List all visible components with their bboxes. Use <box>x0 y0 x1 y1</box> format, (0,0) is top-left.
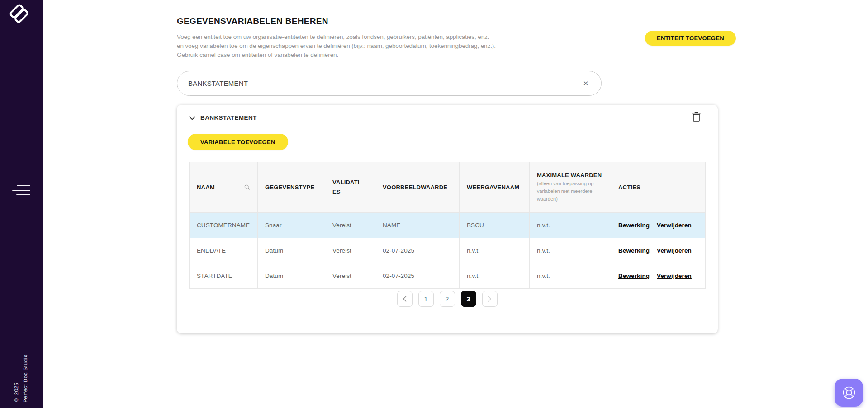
entity-name: BANKSTATEMENT <box>200 114 257 121</box>
variables-table: NAAM GEGEVENSTYPE VALIDATIES VOORBEELDWA… <box>189 162 705 289</box>
cell-validaties: Vereist <box>325 238 375 263</box>
cell-maximale-waarden: n.v.t. <box>530 213 611 238</box>
cell-validaties: Vereist <box>325 213 375 238</box>
table-row-startdate: STARTDATE Datum Vereist 02-07-2025 n.v.t… <box>190 263 706 289</box>
table-header-row: NAAM GEGEVENSTYPE VALIDATIES VOORBEELDWA… <box>190 162 706 213</box>
cell-maximale-waarden: n.v.t. <box>530 238 611 263</box>
clear-search-icon[interactable]: ✕ <box>577 75 595 93</box>
menu-toggle-icon[interactable] <box>10 185 30 196</box>
add-variable-button[interactable]: VARIABELE TOEVOEGEN <box>188 134 288 150</box>
delete-link[interactable]: Verwijderen <box>657 247 692 254</box>
entity-search-input[interactable] <box>177 80 577 87</box>
cell-weergavenaam: n.v.t. <box>460 238 530 263</box>
entity-card: BANKSTATEMENT VARIABELE TOEVOEGEN <box>177 105 718 333</box>
app-logo-icon[interactable] <box>8 3 30 24</box>
col-header-maximale-waarden: MAXIMALE WAARDEN (alleen van toepassing … <box>530 162 611 213</box>
edit-link[interactable]: Bewerking <box>618 222 650 229</box>
cell-voorbeeldwaarde: NAME <box>375 213 460 238</box>
cell-voorbeeldwaarde: 02-07-2025 <box>375 263 460 289</box>
page-button-1[interactable]: 1 <box>418 291 434 307</box>
next-page-button[interactable] <box>482 291 498 307</box>
cell-validaties: Vereist <box>325 263 375 289</box>
delete-link[interactable]: Verwijderen <box>657 272 692 279</box>
delete-link[interactable]: Verwijderen <box>657 222 692 229</box>
cell-naam: ENDDATE <box>190 238 258 263</box>
chevron-down-icon[interactable] <box>188 113 197 122</box>
cell-naam: STARTDATE <box>190 263 258 289</box>
page-description: Voeg een entiteit toe om uw organisatie-… <box>177 33 496 60</box>
cell-weergavenaam: BSCU <box>460 213 530 238</box>
life-buoy-icon <box>841 385 857 401</box>
cell-acties: Bewerking Verwijderen <box>611 238 706 263</box>
sidebar-copyright: © 2025 Perfect Doc Studio <box>12 354 30 403</box>
col-header-weergavenaam: WEERGAVENAAM <box>460 162 530 213</box>
help-chat-button[interactable] <box>835 379 863 407</box>
col-header-naam-label: NAAM <box>197 184 215 191</box>
cell-gegevenstype: Datum <box>258 238 325 263</box>
pagination: 1 2 3 <box>189 291 705 307</box>
sidebar: © 2025 Perfect Doc Studio <box>0 0 43 408</box>
cell-voorbeeldwaarde: 02-07-2025 <box>375 238 460 263</box>
app-screen: © 2025 Perfect Doc Studio GEGEVENSVARIAB… <box>0 0 868 408</box>
col-header-voorbeeldwaarde: VOORBEELDWAARDE <box>375 162 460 213</box>
add-entity-button[interactable]: ENTITEIT TOEVOEGEN <box>645 31 736 46</box>
table-row-enddate: ENDDATE Datum Vereist 02-07-2025 n.v.t. … <box>190 238 706 263</box>
entity-search: ✕ <box>177 71 602 96</box>
column-search-icon[interactable] <box>244 184 250 190</box>
prev-page-button[interactable] <box>397 291 413 307</box>
cell-naam: CUSTOMERNAME <box>190 213 258 238</box>
cell-weergavenaam: n.v.t. <box>460 263 530 289</box>
col-header-maximale-note: (alleen van toepassing op variabelen met… <box>537 180 603 203</box>
cell-acties: Bewerking Verwijderen <box>611 213 706 238</box>
col-header-gegevenstype: GEGEVENSTYPE <box>258 162 325 213</box>
cell-gegevenstype: Datum <box>258 263 325 289</box>
col-header-validaties: VALIDATIES <box>325 162 375 213</box>
col-header-naam[interactable]: NAAM <box>190 162 258 213</box>
col-header-maximale-label: MAXIMALE WAARDEN <box>537 172 602 178</box>
page-title: GEGEVENSVARIABELEN BEHEREN <box>177 16 328 26</box>
chevron-left-icon <box>403 296 407 302</box>
trash-icon[interactable] <box>691 112 702 123</box>
table-row-customername: CUSTOMERNAME Snaar Vereist NAME BSCU n.v… <box>190 213 706 238</box>
edit-link[interactable]: Bewerking <box>618 272 650 279</box>
chevron-right-icon <box>488 296 492 302</box>
page-button-2[interactable]: 2 <box>440 291 455 307</box>
cell-gegevenstype: Snaar <box>258 213 325 238</box>
entity-card-header: BANKSTATEMENT <box>177 105 718 130</box>
col-header-acties: ACTIES <box>611 162 706 213</box>
cell-acties: Bewerking Verwijderen <box>611 263 706 289</box>
edit-link[interactable]: Bewerking <box>618 247 650 254</box>
cell-maximale-waarden: n.v.t. <box>530 263 611 289</box>
page-button-3-active[interactable]: 3 <box>461 291 476 307</box>
